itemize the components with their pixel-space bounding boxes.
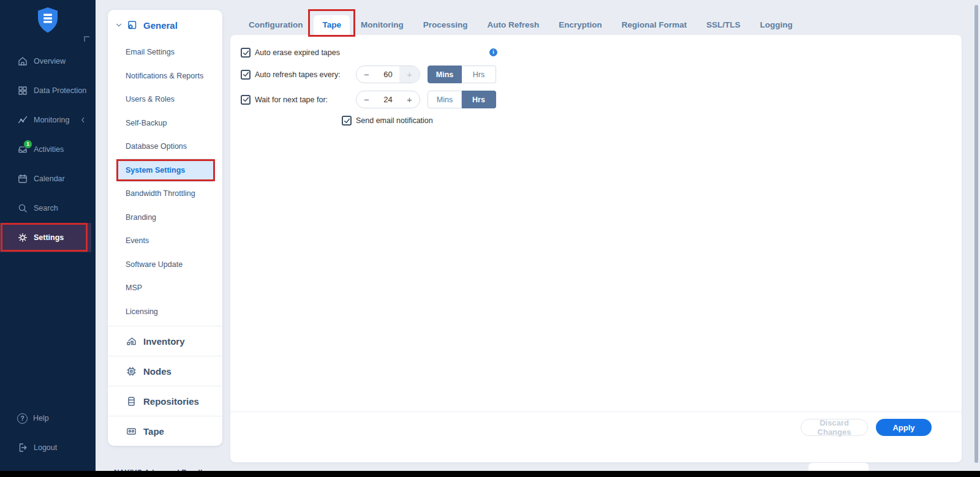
hrs-toggle-button[interactable]: Hrs xyxy=(462,91,496,108)
nav-section-general[interactable]: General xyxy=(108,10,222,40)
sidebar-item-label: Calendar xyxy=(34,175,65,183)
wait-next-tape-value[interactable]: 24 xyxy=(377,91,399,108)
apply-button[interactable]: Apply xyxy=(876,419,932,436)
sidebar-item-activities[interactable]: 1 Activities xyxy=(0,135,96,164)
sidebar-collapse-icon[interactable] xyxy=(84,36,89,42)
tab-encryption[interactable]: Encryption xyxy=(550,15,611,35)
sidebar-item-help[interactable]: Help xyxy=(0,404,96,433)
increment-button-disabled[interactable]: + xyxy=(399,66,420,83)
shield-logo-icon xyxy=(36,6,60,34)
tape-icon xyxy=(126,426,137,437)
search-icon xyxy=(17,203,28,214)
help-icon xyxy=(17,413,28,424)
nav-section-label: Tape xyxy=(143,426,164,437)
wait-next-tape-label: Wait for next tape for: xyxy=(255,96,328,104)
nav-item-system-settings[interactable]: System Settings xyxy=(118,159,214,182)
app-logo[interactable] xyxy=(0,6,96,34)
nav-section-tape[interactable]: Tape xyxy=(108,416,222,446)
auto-refresh-unit-toggle: Mins Hrs xyxy=(428,66,496,83)
sidebar-item-settings[interactable]: Settings xyxy=(0,223,91,252)
tab-ssl-tls[interactable]: SSL/TLS xyxy=(698,15,749,35)
grid-icon xyxy=(17,85,28,96)
main-sidebar: Overview Data Protection Monitoring xyxy=(0,0,96,477)
tab-auto-refresh[interactable]: Auto Refresh xyxy=(479,15,548,35)
sidebar-item-logout[interactable]: Logout xyxy=(0,433,96,462)
tab-tape[interactable]: Tape xyxy=(314,15,350,35)
sidebar-item-label: Data Protection xyxy=(34,86,86,95)
sidebar-item-label: Activities xyxy=(34,145,64,154)
decrement-button[interactable]: − xyxy=(356,66,377,83)
mins-toggle-button[interactable]: Mins xyxy=(428,66,462,83)
tab-processing[interactable]: Processing xyxy=(415,15,477,35)
tab-configuration[interactable]: Configuration xyxy=(240,15,311,35)
sidebar-item-overview[interactable]: Overview xyxy=(0,47,96,76)
nav-section-inventory[interactable]: Inventory xyxy=(108,326,222,356)
tape-settings-panel: Auto erase expired tapes Auto refresh ta… xyxy=(230,35,962,462)
sidebar-item-label: Settings xyxy=(34,233,64,242)
discard-changes-button[interactable]: Discard Changes xyxy=(801,419,868,436)
nav-item-events[interactable]: Events xyxy=(108,229,222,253)
info-icon[interactable] xyxy=(489,48,497,56)
sidebar-item-label: Help xyxy=(33,414,49,423)
sidebar-item-search[interactable]: Search xyxy=(0,193,96,223)
check-icon xyxy=(344,118,350,124)
tab-monitoring[interactable]: Monitoring xyxy=(352,15,412,35)
gear-icon xyxy=(17,232,28,243)
auto-refresh-checkbox[interactable] xyxy=(241,70,251,80)
sidebar-menu: Overview Data Protection Monitoring xyxy=(0,47,96,252)
mins-toggle-button[interactable]: Mins xyxy=(428,91,462,108)
nav-item-branding[interactable]: Branding xyxy=(108,206,222,230)
tab-logging[interactable]: Logging xyxy=(752,15,801,35)
wait-next-tape-row: Wait for next tape for: − 24 + Mins Hrs xyxy=(241,91,949,108)
email-notification-checkbox[interactable] xyxy=(342,116,352,126)
nav-item-licensing[interactable]: Licensing xyxy=(108,300,222,324)
bottom-black-bar xyxy=(0,471,980,477)
inventory-icon xyxy=(126,336,137,347)
chevron-down-icon xyxy=(115,21,123,29)
nav-section-label: Repositories xyxy=(143,396,199,407)
footer-divider xyxy=(230,411,962,412)
vertical-scrollbar[interactable] xyxy=(974,5,978,463)
nav-item-database-options[interactable]: Database Options xyxy=(108,135,222,159)
wait-next-tape-checkbox[interactable] xyxy=(241,95,251,105)
nav-item-software-update[interactable]: Software Update xyxy=(108,253,222,277)
nav-item-msp[interactable]: MSP xyxy=(108,276,222,300)
settings-nav-panel: General Email Settings Notifications & R… xyxy=(108,10,222,446)
general-settings-icon xyxy=(126,20,138,31)
check-icon xyxy=(243,50,249,56)
sidebar-item-calendar[interactable]: Calendar xyxy=(0,164,96,193)
sidebar-footer: Help Logout xyxy=(0,404,96,462)
nav-item-self-backup[interactable]: Self-Backup xyxy=(108,111,222,135)
activities-badge: 1 xyxy=(23,140,32,149)
settings-tab-bar: Configuration Tape Monitoring Processing… xyxy=(230,15,801,35)
sidebar-item-label: Search xyxy=(34,204,58,212)
cutoff-widget xyxy=(809,463,869,471)
nav-section-label: Inventory xyxy=(143,336,185,347)
nav-section-label: Nodes xyxy=(143,366,172,377)
hrs-toggle-button[interactable]: Hrs xyxy=(462,66,496,83)
sidebar-item-monitoring[interactable]: Monitoring xyxy=(0,105,96,135)
nav-item-notifications-reports[interactable]: Notifications & Reports xyxy=(108,64,222,88)
home-icon xyxy=(17,56,28,67)
nav-item-users-roles[interactable]: Users & Roles xyxy=(108,88,222,111)
tab-regional-format[interactable]: Regional Format xyxy=(613,15,696,35)
nav-item-bandwidth-throttling[interactable]: Bandwidth Throttling xyxy=(108,182,222,206)
nav-item-label: System Settings xyxy=(126,166,185,175)
logout-icon xyxy=(17,442,28,453)
nav-section-repositories[interactable]: Repositories xyxy=(108,386,222,416)
sidebar-item-data-protection[interactable]: Data Protection xyxy=(0,76,96,105)
auto-refresh-row: Auto refresh tapes every: − 60 + Mins Hr… xyxy=(241,66,949,83)
chevron-left-icon[interactable] xyxy=(79,116,86,124)
nav-section-nodes[interactable]: Nodes xyxy=(108,356,222,386)
auto-erase-checkbox[interactable] xyxy=(241,48,251,58)
auto-erase-row: Auto erase expired tapes xyxy=(241,48,949,58)
nav-item-email-settings[interactable]: Email Settings xyxy=(108,40,222,64)
decrement-button[interactable]: − xyxy=(356,91,377,108)
general-subitems: Email Settings Notifications & Reports U… xyxy=(108,40,222,323)
increment-button[interactable]: + xyxy=(399,91,420,108)
wait-unit-toggle: Mins Hrs xyxy=(428,91,496,108)
email-notification-row: Send email notification xyxy=(342,116,949,126)
auto-refresh-value[interactable]: 60 xyxy=(377,66,399,83)
sidebar-item-label: Overview xyxy=(34,57,66,66)
sidebar-item-label: Logout xyxy=(34,443,57,452)
